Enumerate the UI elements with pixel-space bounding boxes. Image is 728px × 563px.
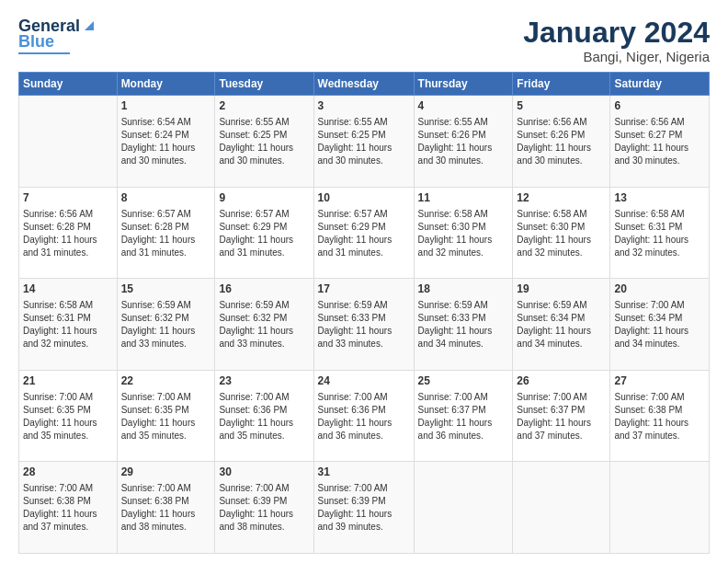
day-info-line: and 30 minutes.: [219, 155, 309, 167]
day-info-line: Daylight: 11 hours: [121, 417, 211, 430]
day-info-line: Sunrise: 6:55 AM: [318, 116, 410, 129]
day-info-line: Sunset: 6:38 PM: [121, 495, 211, 508]
day-info-line: Sunset: 6:29 PM: [318, 221, 410, 234]
calendar-subtitle: Bangi, Niger, Nigeria: [523, 49, 710, 64]
day-info-line: and 36 minutes.: [318, 430, 410, 442]
day-info-line: and 30 minutes.: [121, 155, 211, 167]
calendar-cell: 15Sunrise: 6:59 AMSunset: 6:32 PMDayligh…: [117, 279, 215, 371]
day-info-line: Sunrise: 7:00 AM: [219, 482, 309, 495]
day-info-line: Daylight: 11 hours: [517, 417, 606, 430]
day-info-line: Sunset: 6:36 PM: [219, 404, 309, 417]
day-info-line: Sunset: 6:27 PM: [614, 129, 705, 142]
calendar-cell: 27Sunrise: 7:00 AMSunset: 6:38 PMDayligh…: [610, 370, 710, 462]
day-info-line: Sunrise: 6:55 AM: [219, 116, 309, 129]
day-info-line: Sunrise: 6:59 AM: [418, 299, 509, 312]
day-info-line: Daylight: 11 hours: [418, 142, 509, 155]
day-info-line: and 35 minutes.: [219, 430, 309, 442]
day-info-line: Sunrise: 6:59 AM: [121, 299, 211, 312]
day-info-line: Sunset: 6:28 PM: [23, 221, 113, 234]
day-number: 22: [121, 373, 211, 389]
day-number: 1: [121, 98, 211, 114]
day-info-line: Sunset: 6:26 PM: [418, 129, 509, 142]
day-info-line: Sunrise: 6:56 AM: [614, 116, 705, 129]
day-info-line: and 35 minutes.: [121, 430, 211, 442]
day-info-line: and 35 minutes.: [23, 430, 113, 442]
day-info-line: Daylight: 11 hours: [418, 417, 509, 430]
day-info-line: Sunrise: 6:59 AM: [219, 299, 309, 312]
day-number: 31: [318, 465, 410, 480]
day-info-line: Sunrise: 7:00 AM: [121, 482, 211, 495]
svg-marker-0: [85, 21, 94, 30]
calendar-cell: 20Sunrise: 7:00 AMSunset: 6:34 PMDayligh…: [610, 279, 710, 371]
col-thursday: Thursday: [414, 73, 513, 96]
day-info-line: Sunset: 6:28 PM: [121, 221, 211, 234]
col-sunday: Sunday: [19, 73, 118, 96]
day-info-line: Sunset: 6:26 PM: [517, 129, 606, 142]
day-info-line: Daylight: 11 hours: [614, 234, 705, 247]
day-info-line: and 33 minutes.: [219, 338, 309, 350]
calendar-cell: 11Sunrise: 6:58 AMSunset: 6:30 PMDayligh…: [414, 187, 513, 279]
day-info-line: Sunset: 6:30 PM: [418, 221, 509, 234]
day-info-line: and 39 minutes.: [318, 521, 410, 534]
day-number: 25: [418, 373, 509, 389]
day-info-line: Daylight: 11 hours: [318, 325, 410, 338]
day-number: 17: [318, 282, 410, 297]
day-info-line: Sunset: 6:34 PM: [614, 312, 705, 325]
day-info-line: Daylight: 11 hours: [121, 234, 211, 247]
day-info-line: Sunset: 6:32 PM: [219, 312, 309, 325]
calendar-cell: 26Sunrise: 7:00 AMSunset: 6:37 PMDayligh…: [513, 370, 610, 462]
day-info-line: Daylight: 11 hours: [418, 234, 509, 247]
day-info-line: and 38 minutes.: [219, 521, 309, 534]
calendar-cell: 4Sunrise: 6:55 AMSunset: 6:26 PMDaylight…: [414, 96, 513, 188]
day-number: 30: [219, 465, 309, 480]
day-info-line: Sunrise: 6:57 AM: [121, 208, 211, 221]
calendar-week-row: 7Sunrise: 6:56 AMSunset: 6:28 PMDaylight…: [19, 187, 710, 279]
day-info-line: Sunrise: 6:59 AM: [517, 299, 606, 312]
day-info-line: Sunrise: 6:58 AM: [23, 299, 113, 312]
day-info-line: Sunrise: 6:56 AM: [517, 116, 606, 129]
day-info-line: Sunrise: 6:58 AM: [614, 208, 705, 221]
logo: General Blue: [18, 17, 97, 54]
day-info-line: Sunrise: 6:55 AM: [418, 116, 509, 129]
day-info-line: and 30 minutes.: [614, 155, 705, 167]
day-info-line: and 31 minutes.: [219, 247, 309, 259]
day-info-line: Daylight: 11 hours: [418, 325, 509, 338]
page: General Blue January 2024 Bangi, Niger, …: [0, 0, 728, 563]
day-info-line: Daylight: 11 hours: [23, 325, 113, 338]
header-row: Sunday Monday Tuesday Wednesday Thursday…: [19, 73, 710, 96]
calendar-cell: 25Sunrise: 7:00 AMSunset: 6:37 PMDayligh…: [414, 370, 513, 462]
day-info-line: Daylight: 11 hours: [219, 508, 309, 521]
day-info-line: and 30 minutes.: [517, 155, 606, 167]
day-number: 2: [219, 98, 309, 114]
day-info-line: and 37 minutes.: [517, 430, 606, 442]
calendar-header: Sunday Monday Tuesday Wednesday Thursday…: [19, 73, 710, 96]
day-info-line: and 32 minutes.: [517, 247, 606, 259]
day-number: 27: [614, 373, 705, 389]
day-number: 15: [121, 282, 211, 297]
day-info-line: Sunrise: 6:57 AM: [318, 208, 410, 221]
calendar-cell: 24Sunrise: 7:00 AMSunset: 6:36 PMDayligh…: [313, 370, 414, 462]
day-info-line: Sunset: 6:39 PM: [318, 495, 410, 508]
day-info-line: Daylight: 11 hours: [219, 234, 309, 247]
day-number: 10: [318, 190, 410, 206]
calendar-cell: 1Sunrise: 6:54 AMSunset: 6:24 PMDaylight…: [117, 96, 215, 188]
day-info-line: and 31 minutes.: [23, 247, 113, 259]
day-info-line: Daylight: 11 hours: [318, 234, 410, 247]
calendar-cell: 21Sunrise: 7:00 AMSunset: 6:35 PMDayligh…: [19, 370, 118, 462]
day-number: 9: [219, 190, 309, 206]
day-number: 5: [517, 98, 606, 114]
day-info-line: Daylight: 11 hours: [614, 417, 705, 430]
calendar-cell: [610, 462, 710, 554]
logo-blue: Blue: [18, 32, 54, 52]
day-info-line: Sunrise: 6:59 AM: [318, 299, 410, 312]
day-info-line: Sunset: 6:38 PM: [23, 495, 113, 508]
calendar-cell: [19, 96, 118, 188]
calendar-cell: 31Sunrise: 7:00 AMSunset: 6:39 PMDayligh…: [313, 462, 414, 554]
calendar-cell: 23Sunrise: 7:00 AMSunset: 6:36 PMDayligh…: [215, 370, 313, 462]
day-number: 28: [23, 465, 113, 480]
calendar-cell: 17Sunrise: 6:59 AMSunset: 6:33 PMDayligh…: [313, 279, 414, 371]
day-info-line: Daylight: 11 hours: [121, 325, 211, 338]
day-info-line: Sunrise: 7:00 AM: [318, 482, 410, 495]
day-info-line: Daylight: 11 hours: [318, 417, 410, 430]
day-number: 16: [219, 282, 309, 297]
